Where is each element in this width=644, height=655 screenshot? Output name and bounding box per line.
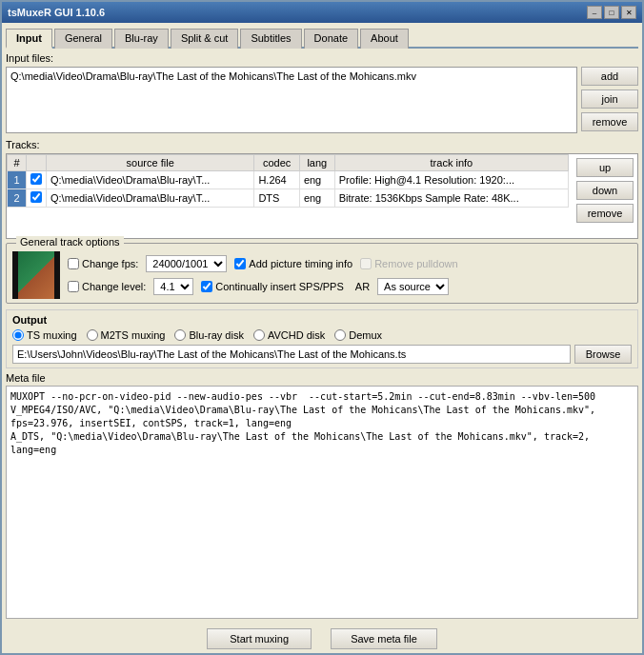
demux-label[interactable]: Demux <box>334 329 382 341</box>
track-lang-1: eng <box>299 171 334 189</box>
track-btn-group: up down remove <box>573 154 637 238</box>
track-down-button[interactable]: down <box>576 181 634 200</box>
bluray-disk-radio[interactable] <box>174 329 186 341</box>
tab-donate[interactable]: Donate <box>304 29 358 49</box>
options-row-2: Change level: 4.1 4.0 3.2 Continually in… <box>68 278 632 295</box>
remove-pulldown-label: Remove pulldown <box>360 258 457 269</box>
input-btn-group: add join remove <box>581 67 638 133</box>
change-fps-checkbox-label[interactable]: Change fps: <box>68 258 138 269</box>
m2ts-muxing-text: M2TS muxing <box>101 329 166 341</box>
col-check <box>27 155 47 171</box>
restore-button[interactable]: □ <box>604 6 619 19</box>
track-source-2: Q:\media\Video\Drama\Blu-ray\T... <box>47 189 254 208</box>
track-info-1: Profile: High@4.1 Resolution: 1920:... <box>334 171 568 189</box>
tracks-label: Tracks: <box>6 139 638 150</box>
track-info-2: Bitrate: 1536Kbps Sample Rate: 48K... <box>334 189 568 208</box>
col-source: source file <box>47 155 254 171</box>
m2ts-muxing-label[interactable]: M2TS muxing <box>87 329 166 341</box>
meta-text-box[interactable]: MUXOPT --no-pcr-on-video-pid --new-audio… <box>6 386 638 619</box>
input-files-label: Input files: <box>6 52 638 64</box>
tracks-table: # source file codec lang track info 1 <box>7 154 569 238</box>
track-check-1[interactable] <box>27 171 47 189</box>
bottom-bar: Start muxing Save meta file <box>2 623 642 653</box>
track-num-2: 2 <box>8 189 27 208</box>
tab-bar: Input General Blu-ray Split & cut Subtit… <box>6 27 638 49</box>
track-codec-1: H.264 <box>254 171 300 189</box>
demux-radio[interactable] <box>334 329 346 341</box>
bluray-disk-text: Blu-ray disk <box>189 329 243 341</box>
minimize-button[interactable]: – <box>587 6 602 19</box>
level-select[interactable]: 4.1 4.0 3.2 <box>153 278 193 295</box>
tab-split-cut[interactable]: Split & cut <box>171 29 239 49</box>
file-list-box[interactable]: Q:\media\Video\Drama\Blu-ray\The Last of… <box>6 67 577 133</box>
table-row[interactable]: 2 Q:\media\Video\Drama\Blu-ray\T... DTS … <box>8 189 569 208</box>
meta-label: Meta file <box>6 372 638 384</box>
tracks-section: Tracks: # source file codec lang track i… <box>6 139 638 239</box>
remove-pulldown-text: Remove pulldown <box>374 258 457 269</box>
output-label: Output <box>12 314 632 326</box>
col-info: track info <box>334 155 568 171</box>
track-options-box: General track options Change fps: 24000/… <box>6 243 638 304</box>
tab-general[interactable]: General <box>54 29 112 49</box>
main-window: tsMuxeR GUI 1.10.6 – □ ✕ Input General B… <box>0 0 644 655</box>
ar-select[interactable]: As source 16:9 4:3 <box>377 278 449 295</box>
demux-text: Demux <box>349 329 382 341</box>
save-meta-button[interactable]: Save meta file <box>331 628 437 649</box>
tab-input[interactable]: Input <box>6 29 52 49</box>
add-timing-text: Add picture timing info <box>249 258 352 269</box>
change-level-label: Change level: <box>82 281 146 292</box>
tab-bluray[interactable]: Blu-ray <box>114 29 169 49</box>
output-section: Output TS muxing M2TS muxing Blu-ray dis… <box>6 309 638 368</box>
track-up-button[interactable]: up <box>576 158 634 177</box>
title-bar-buttons: – □ ✕ <box>587 6 636 19</box>
start-muxing-button[interactable]: Start muxing <box>207 628 312 649</box>
change-fps-label: Change fps: <box>82 258 138 269</box>
output-mode-group: TS muxing M2TS muxing Blu-ray disk AVCHD… <box>12 329 632 341</box>
browse-button[interactable]: Browse <box>574 345 632 364</box>
track-options-legend: General track options <box>16 236 124 248</box>
m2ts-muxing-radio[interactable] <box>87 329 98 341</box>
table-row[interactable]: 1 Q:\media\Video\Drama\Blu-ray\T... H.26… <box>8 171 569 189</box>
join-button[interactable]: join <box>581 89 638 109</box>
track-lang-2: eng <box>299 189 334 208</box>
add-timing-checkbox[interactable] <box>234 258 246 269</box>
file-list-item: Q:\media\Video\Drama\Blu-ray\The Last of… <box>10 69 573 83</box>
options-rows: Change fps: 24000/1001 25 30000/1001 30 … <box>68 255 632 295</box>
track-check-2[interactable] <box>27 189 47 208</box>
change-level-checkbox-label[interactable]: Change level: <box>68 281 146 292</box>
window-content: Input General Blu-ray Split & cut Subtit… <box>2 23 642 623</box>
window-title: tsMuxeR GUI 1.10.6 <box>8 7 105 18</box>
output-path-input[interactable] <box>12 345 571 364</box>
track-source-1: Q:\media\Video\Drama\Blu-ray\T... <box>47 171 254 189</box>
ts-muxing-label[interactable]: TS muxing <box>12 329 77 341</box>
track-codec-2: DTS <box>254 189 300 208</box>
avchd-disk-radio[interactable] <box>253 329 265 341</box>
col-num: # <box>8 155 27 171</box>
ts-muxing-radio[interactable] <box>12 329 24 341</box>
add-button[interactable]: add <box>581 67 638 86</box>
insert-sps-checkbox[interactable] <box>201 281 212 292</box>
change-level-checkbox[interactable] <box>68 281 79 292</box>
meta-content: MUXOPT --no-pcr-on-video-pid --new-audio… <box>10 391 601 455</box>
tracks-table-wrapper: # source file codec lang track info 1 <box>6 153 638 239</box>
options-row-1: Change fps: 24000/1001 25 30000/1001 30 … <box>68 255 632 272</box>
output-path-row: Browse <box>12 345 632 364</box>
close-button[interactable]: ✕ <box>621 6 636 19</box>
title-bar: tsMuxeR GUI 1.10.6 – □ ✕ <box>2 2 642 23</box>
remove-pulldown-checkbox <box>360 258 372 269</box>
input-files-section: Q:\media\Video\Drama\Blu-ray\The Last of… <box>6 67 638 133</box>
bluray-disk-label[interactable]: Blu-ray disk <box>174 329 243 341</box>
ar-label: AR <box>355 281 370 292</box>
tab-about[interactable]: About <box>360 29 409 49</box>
ts-muxing-text: TS muxing <box>27 329 77 341</box>
track-remove-button[interactable]: remove <box>576 204 634 223</box>
tab-subtitles[interactable]: Subtitles <box>240 29 301 49</box>
insert-sps-text: Continually insert SPS/PPS <box>215 281 344 292</box>
change-fps-checkbox[interactable] <box>68 258 79 269</box>
input-remove-button[interactable]: remove <box>581 112 638 131</box>
avchd-disk-label[interactable]: AVCHD disk <box>253 329 325 341</box>
add-timing-label[interactable]: Add picture timing info <box>234 258 352 269</box>
track-options-content: Change fps: 24000/1001 25 30000/1001 30 … <box>12 248 632 299</box>
fps-select[interactable]: 24000/1001 25 30000/1001 30 <box>146 255 227 272</box>
insert-sps-label[interactable]: Continually insert SPS/PPS <box>201 281 344 292</box>
